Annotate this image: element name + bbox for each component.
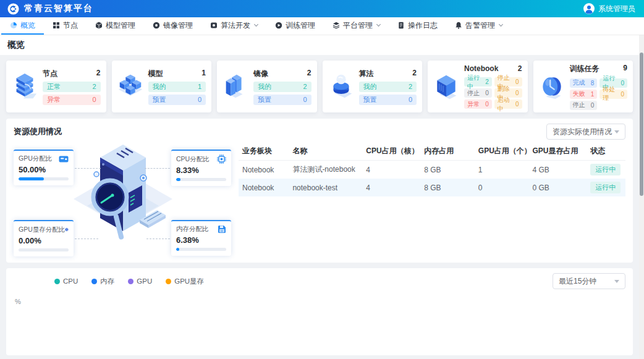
table-row[interactable]: Notebook 算法测试-notebook 4 8 GB 1 4 GB 运行中 (239, 161, 625, 179)
brand: 常青云智算平台 (7, 3, 93, 15)
table-row[interactable]: Notebook notebook-test 4 8 GB 0 0 GB 运行中 (239, 179, 625, 196)
chevron-down-icon (376, 22, 381, 27)
nav-label: 平台管理 (343, 20, 373, 31)
model-icon (95, 22, 103, 29)
stat-card-models[interactable]: 模型 1 我的1 预置0 (112, 61, 212, 112)
resource-gauges-area: GPU分配比 50.00% CPU分配比 8.33% (14, 142, 231, 262)
nav-label: 镜像管理 (163, 20, 193, 31)
status-badge: 正常2 (43, 82, 101, 92)
connector-line (146, 239, 170, 239)
y-axis-unit-label: % (15, 298, 625, 305)
stat-card-images[interactable]: 镜像 2 我的2 预置0 (217, 61, 317, 112)
legend-item-gpu-memory[interactable]: GPU显存 (166, 277, 204, 286)
status-badge: 停止0 (464, 88, 492, 98)
scrollbar-track[interactable] (639, 35, 644, 359)
algorithm-icon (210, 22, 218, 29)
nav-item-images[interactable]: 镜像管理 (144, 17, 201, 35)
nav-item-alerts[interactable]: 告警管理 (446, 17, 511, 35)
scrollbar-thumb[interactable] (640, 53, 643, 196)
status-badge: 启动中0 (494, 99, 522, 109)
training-clock-icon (537, 73, 567, 100)
progress-bar (176, 248, 179, 251)
nav-item-models[interactable]: 模型管理 (87, 17, 144, 35)
app-logo-icon (7, 3, 19, 15)
nav-item-logs[interactable]: 操作日志 (389, 17, 446, 35)
chart-plot-area (14, 305, 625, 348)
nav-label: 告警管理 (465, 20, 495, 31)
connector-line (145, 168, 170, 169)
user-menu[interactable]: 系统管理员 (583, 3, 635, 14)
memory-icon (218, 225, 226, 234)
card-count: 2 (412, 69, 417, 79)
card-count: 1 (201, 69, 206, 79)
card-count: 2 (518, 64, 522, 73)
breadcrumb-band: 概览 (0, 35, 644, 55)
col-header: 状态 (587, 142, 625, 161)
nav-label: 概览 (20, 20, 35, 31)
logs-icon (397, 22, 405, 29)
card-title: 节点 (43, 69, 57, 79)
connector-line (75, 239, 98, 239)
resource-usage-panel: 资源使用情况 资源实际使用情况 (6, 119, 633, 263)
nav-item-platform[interactable]: 平台管理 (324, 17, 389, 35)
col-header: GPU占用（个） (475, 142, 529, 161)
gauge-cpu-alloc: CPU分配比 8.33% (171, 150, 231, 186)
page-title: 概览 (7, 40, 25, 51)
card-title: 模型 (148, 69, 163, 79)
card-count: 2 (307, 69, 311, 79)
notebook-cube-icon (431, 73, 461, 100)
node-icon (53, 22, 60, 29)
col-header: 内存占用 (420, 142, 475, 161)
gauge-value: 50.00% (19, 165, 69, 174)
cpu-chip-icon (217, 154, 226, 164)
status-badge: 失败1 (570, 90, 598, 99)
nav-label: 模型管理 (106, 20, 135, 31)
avatar (583, 3, 595, 14)
legend-dot (91, 279, 97, 284)
nav-item-nodes[interactable]: 节点 (44, 17, 87, 35)
status-badge: 我的2 (359, 82, 417, 92)
chevron-down-icon (499, 22, 503, 27)
card-title: 镜像 (253, 69, 268, 79)
user-name: 系统管理员 (598, 4, 635, 14)
status-badge: 运行中2 (464, 77, 492, 87)
legend-item-memory[interactable]: 内存 (91, 277, 114, 286)
stat-card-algorithms[interactable]: 算法 2 我的2 预置0 (323, 61, 423, 112)
resource-view-select[interactable]: 资源实际使用情况 (546, 124, 625, 140)
stat-card-notebook[interactable]: Notebook 2 运行中2 停止0 异常0 停止中0 删除中0 启动中0 (428, 61, 528, 112)
col-header: CPU占用（核） (362, 142, 420, 161)
select-value: 最近15分钟 (559, 276, 596, 287)
legend-item-cpu[interactable]: CPU (54, 277, 78, 286)
nav-item-training[interactable]: 训练管理 (266, 17, 324, 35)
status-badge: 运行中 (590, 182, 621, 193)
stat-card-nodes[interactable]: 节点 2 正常2 异常0 (6, 61, 106, 112)
chevron-down-icon (614, 280, 619, 283)
gpu-memory-chip-icon (65, 225, 69, 234)
col-header: 名称 (289, 142, 362, 161)
gauge-value: 8.33% (176, 166, 226, 175)
resource-section-title: 资源使用情况 (14, 126, 62, 137)
card-title: 算法 (359, 69, 374, 79)
progress-bar (19, 177, 44, 180)
gauge-gpu-memory-alloc: GPU显存分配比 0.00% (14, 220, 74, 256)
usage-chart-panel: CPU 内存 GPU GPU显存 最近15分钟 % (6, 268, 633, 355)
status-badge: 预置0 (253, 95, 311, 105)
col-header: GPU显存占用 (528, 142, 587, 161)
card-title: Notebook (464, 64, 498, 73)
gauge-label: CPU分配比 (176, 155, 210, 164)
gauge-memory-alloc: 内存分配比 6.38% (171, 220, 231, 256)
table-header-row: 业务板块 名称 CPU占用（核） 内存占用 GPU占用（个） GPU显存占用 状… (239, 142, 625, 161)
status-badge: 停止0 (570, 101, 598, 110)
resource-table: 业务板块 名称 CPU占用（核） 内存占用 GPU占用（个） GPU显存占用 状… (239, 142, 625, 196)
stat-card-training-tasks[interactable]: 训练任务 9 完成8 失败1 停止0 运行中0 待处理0 (533, 61, 633, 112)
gauge-value: 0.00% (19, 236, 69, 245)
nav-item-algorithm-dev[interactable]: 算法开发 (201, 17, 266, 35)
legend-item-gpu[interactable]: GPU (128, 277, 152, 286)
server-illustration (70, 138, 176, 262)
image-slabs-icon (221, 72, 250, 101)
legend-dot (166, 279, 171, 284)
time-range-select[interactable]: 最近15分钟 (553, 273, 625, 289)
status-badge: 预置0 (148, 95, 206, 105)
nav-item-overview[interactable]: 概览 (1, 17, 44, 35)
app-title: 常青云智算平台 (24, 3, 93, 14)
